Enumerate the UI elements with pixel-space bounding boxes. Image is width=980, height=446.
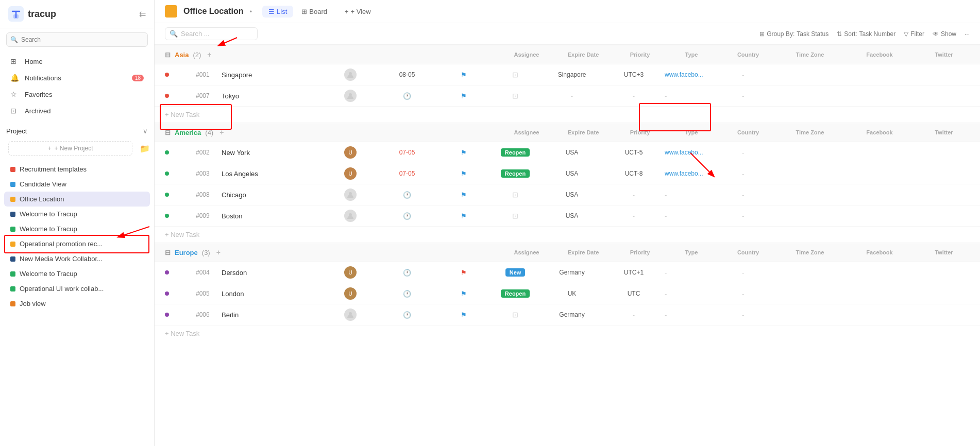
group-europe-title: Europe xyxy=(175,249,198,256)
status-badge: Reopen xyxy=(501,289,530,298)
col-country: Country xyxy=(717,52,779,58)
type-cell: ⊡ xyxy=(489,92,541,100)
project-item-welcome2[interactable]: Welcome to Tracup xyxy=(4,221,150,236)
add-task-europe-button[interactable]: + New Task xyxy=(155,325,980,341)
expire-date: 🕐 xyxy=(376,191,438,199)
task-name[interactable]: Dersdon xyxy=(222,269,325,277)
table-row: #004 Dersdon U 🕐 ⚑ New Germany UTC+1 - - xyxy=(155,262,980,283)
new-project-button[interactable]: + + New Project xyxy=(8,141,132,156)
project-item-welcome3[interactable]: Welcome to Tracup xyxy=(4,266,150,281)
project-color-dot xyxy=(10,256,15,262)
task-name[interactable]: Los Angeles xyxy=(222,170,325,178)
assignee-avatar: U xyxy=(344,146,357,159)
new-project-label: + New Project xyxy=(54,145,93,152)
project-item-office-location[interactable]: Office Location xyxy=(4,192,150,207)
col-facebook: Facebook xyxy=(841,129,918,135)
task-name[interactable]: London xyxy=(222,290,325,298)
add-view-button[interactable]: + + View xyxy=(340,6,376,18)
twitter-cell: - xyxy=(742,191,793,199)
show-button[interactable]: 👁 Show xyxy=(933,30,956,38)
toolbar-right: ⊞ Group By: Task Status ⇅ Sort: Task Num… xyxy=(759,30,970,38)
assignee-icon xyxy=(344,188,357,201)
project-item-recruitment[interactable]: Recruitment templates xyxy=(4,162,150,177)
group-asia-count: (2) xyxy=(193,51,201,59)
add-asia-task-button[interactable]: + xyxy=(207,50,211,59)
group-by-value: Task Status xyxy=(797,30,829,38)
assignee-icon xyxy=(344,210,357,222)
country-cell: USA xyxy=(541,170,603,177)
add-task-america-button[interactable]: + New Task xyxy=(155,227,980,243)
task-number: #006 xyxy=(196,311,222,318)
sidebar-item-archived[interactable]: ⊡ Archived xyxy=(4,102,150,119)
task-number: #007 xyxy=(196,92,222,99)
assignee-cell: U xyxy=(325,146,376,159)
country-cell: - xyxy=(541,92,603,100)
expand-asia-icon[interactable]: ⊟ xyxy=(165,51,171,59)
filter-button[interactable]: ▽ Filter xyxy=(904,30,924,38)
project-item-operational[interactable]: Operational promotion rec... xyxy=(4,236,150,251)
sidebar-item-favorites[interactable]: ☆ Favorites xyxy=(4,86,150,102)
sidebar-item-home[interactable]: ⊞ Home xyxy=(4,53,150,70)
add-europe-task-button[interactable]: + xyxy=(216,248,221,256)
task-name[interactable]: Chicago xyxy=(222,191,325,199)
assignee-icon xyxy=(344,90,357,102)
group-by-icon: ⊞ xyxy=(759,30,765,38)
project-label: Operational promotion rec... xyxy=(20,240,103,248)
expand-europe-icon[interactable]: ⊟ xyxy=(165,249,171,256)
project-item-media[interactable]: New Media Work Collabor... xyxy=(4,251,150,266)
expand-projects-icon[interactable]: ∨ xyxy=(143,127,148,135)
project-item-job-view[interactable]: Job view xyxy=(4,296,150,311)
tab-label: List xyxy=(277,8,287,15)
col-timezone: Time Zone xyxy=(779,129,841,135)
type-cell: Reopen xyxy=(489,289,541,298)
priority-flag: ⚑ xyxy=(438,311,489,319)
expire-date: 07-05 xyxy=(376,170,438,177)
group-america-count: (4) xyxy=(205,129,213,136)
status-badge: New xyxy=(505,268,526,277)
sidebar-nav: ⊞ Home 🔔 Notifications 18 ☆ Favorites ⊡ … xyxy=(0,51,154,121)
project-item-op-ui[interactable]: Operational UI work collab... xyxy=(4,281,150,296)
project-item-welcome1[interactable]: Welcome to Tracup xyxy=(4,207,150,221)
expand-america-icon[interactable]: ⊟ xyxy=(165,129,171,136)
tab-board[interactable]: ⊞ Board xyxy=(295,6,333,18)
assignee-cell: U xyxy=(325,266,376,279)
project-options-button[interactable]: • xyxy=(249,8,252,15)
project-item-candidate[interactable]: Candidate View xyxy=(4,177,150,192)
facebook-cell: www.facebo... xyxy=(665,71,742,78)
col-twitter: Twitter xyxy=(918,249,970,255)
blue-flag-icon: ⚑ xyxy=(461,92,467,100)
type-icon: ⊡ xyxy=(512,191,518,199)
task-name[interactable]: Berlin xyxy=(222,311,325,319)
expire-date: 07-05 xyxy=(376,149,438,156)
expire-date: 🕐 xyxy=(376,311,438,319)
sort-button[interactable]: ⇅ Sort: Task Number xyxy=(837,30,895,38)
task-name[interactable]: Tokyo xyxy=(222,92,325,100)
sidebar-search-input[interactable] xyxy=(6,32,148,47)
assignee-avatar: U xyxy=(344,266,357,279)
project-color-dot xyxy=(10,197,15,202)
add-task-asia-button[interactable]: + New Task xyxy=(155,107,980,123)
more-options-button[interactable]: ··· xyxy=(965,30,970,38)
group-by-button[interactable]: ⊞ Group By: Task Status xyxy=(759,30,829,38)
task-name[interactable]: Singapore xyxy=(222,71,325,79)
sidebar-item-notifications[interactable]: 🔔 Notifications 18 xyxy=(4,70,150,86)
main-search-input[interactable]: 🔍 Search ... xyxy=(165,27,258,40)
project-section-header: Project ∨ xyxy=(0,121,154,137)
task-name[interactable]: New York xyxy=(222,149,325,157)
collapse-sidebar-button[interactable]: ⇇ xyxy=(139,9,146,19)
expire-date: 🕐 xyxy=(376,269,438,277)
folder-icon[interactable]: 📁 xyxy=(140,144,150,153)
task-name[interactable]: Boston xyxy=(222,212,325,220)
country-cell: USA xyxy=(541,191,603,198)
tab-list[interactable]: ☰ List xyxy=(262,6,293,18)
add-america-task-button[interactable]: + xyxy=(219,128,224,136)
timezone-cell: - xyxy=(603,311,665,319)
assignee-cell: U xyxy=(325,167,376,180)
bell-icon: 🔔 xyxy=(10,74,20,82)
project-label: Job view xyxy=(20,300,46,307)
notification-badge: 18 xyxy=(132,75,144,81)
table-row: #002 New York U 07-05 ⚑ Reopen USA UCT-5… xyxy=(155,142,980,163)
table-area-wrap: ⊟ Asia (2) + Assignee Expire Date Priori… xyxy=(155,45,980,446)
task-number: #003 xyxy=(196,170,222,177)
country-cell: USA xyxy=(541,149,603,156)
